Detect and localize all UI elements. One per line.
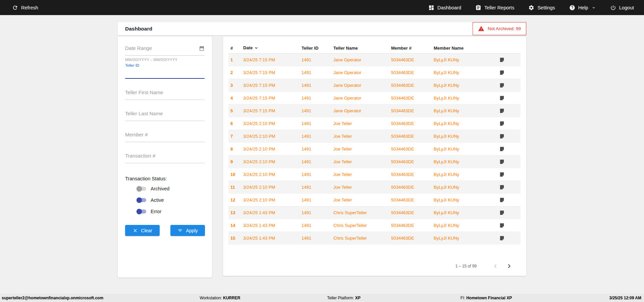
note-icon[interactable]: [499, 210, 505, 216]
note-icon[interactable]: [499, 184, 505, 190]
error-toggle-switch[interactable]: [137, 209, 146, 214]
transaction-status-label: Transaction Status:: [125, 176, 205, 181]
note-icon[interactable]: [499, 133, 505, 139]
row-teller-name: Chris SuperTeller: [333, 236, 391, 241]
col-header-date[interactable]: Date: [243, 45, 302, 51]
nav-help-label: Help: [578, 5, 588, 10]
nav-settings-label: Settings: [537, 5, 555, 10]
row-teller-id: 1491: [302, 57, 333, 62]
teller-first-name-input[interactable]: [125, 89, 205, 100]
table-row[interactable]: 63/24/25 2:10 PM1491Joe Teller5034463DEB…: [228, 117, 521, 130]
not-archived-badge[interactable]: Not Archived: 99: [473, 22, 526, 35]
table-row[interactable]: 143/24/25 1:43 PM1491Chris SuperTeller50…: [228, 219, 521, 232]
row-note-cell: [499, 223, 521, 228]
table-row[interactable]: 13/24/25 7:15 PM1491Jane Operator5034463…: [228, 54, 521, 66]
table-row[interactable]: 23/24/25 7:15 PM1491Jane Operator5034463…: [228, 66, 521, 79]
row-teller-name: Joe Teller: [333, 134, 391, 139]
toggle-active[interactable]: Active: [125, 196, 205, 204]
table-row[interactable]: 53/24/25 7:15 PM1491Jane Operator5034463…: [228, 105, 521, 117]
row-member-name: ByLyJI KUNy: [434, 70, 499, 75]
toggle-archived[interactable]: Archived: [125, 185, 205, 193]
table-row[interactable]: 123/24/25 2:10 PM1491Joe Teller5034463DE…: [228, 194, 521, 206]
note-icon[interactable]: [499, 159, 505, 165]
row-member-name: ByLyJI KUNy: [434, 83, 499, 88]
table-row[interactable]: 103/24/25 2:10 PM1491Joe Teller5034463DE…: [228, 168, 521, 181]
row-member-name: ByLyJI KUNy: [434, 210, 499, 215]
table-row[interactable]: 133/24/25 1:43 PM1491Chris SuperTeller50…: [228, 206, 521, 219]
nav-help[interactable]: Help: [569, 5, 596, 11]
toggle-error[interactable]: Error: [125, 207, 205, 216]
table-row[interactable]: 93/24/25 2:10 PM1491Joe Teller5034463DEB…: [228, 156, 521, 168]
calendar-icon[interactable]: [199, 46, 205, 51]
row-member-number: 5034463DE: [391, 70, 434, 75]
row-teller-id: 1491: [302, 108, 333, 113]
teller-id-input[interactable]: [125, 67, 205, 79]
row-date: 3/24/25 2:10 PM: [243, 134, 302, 139]
row-note-cell: [499, 184, 521, 190]
row-member-number: 5034463DE: [391, 210, 434, 215]
row-date: 3/24/25 2:10 PM: [243, 185, 302, 190]
status-bar: superteller2@hometownfinancialxp.onmicro…: [0, 294, 644, 302]
platform-value: XP: [355, 296, 361, 300]
row-date: 3/24/25 7:15 PM: [243, 96, 302, 101]
table-row[interactable]: 153/24/25 1:43 PM1491Chris SuperTeller50…: [228, 232, 521, 245]
workstation-label: Workstation:: [200, 296, 222, 300]
row-number: 12: [228, 197, 243, 202]
row-teller-name: Joe Teller: [333, 185, 391, 190]
warning-icon: [478, 25, 484, 32]
date-range-input[interactable]: [125, 45, 205, 56]
note-icon[interactable]: [499, 95, 505, 101]
nav-settings[interactable]: Settings: [528, 5, 555, 11]
row-member-name: ByLyJI KUNy: [434, 223, 499, 228]
col-header-member-name: Member Name: [434, 46, 499, 51]
member-number-input[interactable]: [125, 132, 205, 142]
row-member-number: 5034463DE: [391, 146, 434, 152]
refresh-button[interactable]: Refresh: [12, 5, 38, 11]
nav-dashboard[interactable]: Dashboard: [428, 5, 461, 11]
row-number: 7: [228, 134, 243, 139]
note-icon[interactable]: [499, 82, 505, 88]
row-member-number: 5034463DE: [391, 83, 434, 88]
table-row[interactable]: 83/24/25 2:10 PM1491Joe Teller5034463DEB…: [228, 143, 521, 156]
table-row[interactable]: 113/24/25 2:10 PM1491Joe Teller5034463DE…: [228, 181, 521, 194]
row-date: 3/24/25 2:10 PM: [243, 197, 302, 202]
table-row[interactable]: 73/24/25 2:10 PM1491Joe Teller5034463DEB…: [228, 130, 521, 143]
transaction-number-input[interactable]: [125, 153, 205, 163]
next-page-icon[interactable]: [505, 262, 513, 270]
table-row[interactable]: 43/24/25 7:15 PM1491Jane Operator5034463…: [228, 92, 521, 105]
archived-toggle-switch[interactable]: [137, 187, 146, 191]
clear-button[interactable]: Clear: [125, 225, 160, 236]
row-teller-name: Chris SuperTeller: [333, 210, 391, 215]
row-note-cell: [499, 57, 521, 63]
note-icon[interactable]: [499, 146, 505, 152]
nav-teller-reports[interactable]: Teller Reports: [475, 5, 514, 11]
row-number: 6: [228, 121, 243, 126]
note-icon[interactable]: [499, 57, 505, 63]
row-member-name: ByLyJI KUNy: [434, 236, 499, 241]
note-icon[interactable]: [499, 172, 505, 177]
note-icon[interactable]: [499, 121, 505, 126]
row-number: 4: [228, 96, 243, 101]
note-icon[interactable]: [499, 70, 505, 75]
fi-label: FI:: [461, 296, 465, 300]
row-number: 11: [228, 185, 243, 190]
nav-logout[interactable]: Logout: [610, 5, 634, 11]
row-member-number: 5034463DE: [391, 197, 434, 202]
logged-in-user: superteller2@hometownfinancialxp.onmicro…: [2, 296, 103, 300]
note-icon[interactable]: [499, 223, 505, 228]
active-toggle-switch[interactable]: [137, 198, 146, 202]
note-icon[interactable]: [499, 197, 505, 203]
row-number: 8: [228, 146, 243, 152]
row-member-name: ByLyJI KUNy: [434, 96, 499, 101]
note-icon[interactable]: [499, 108, 505, 114]
row-member-number: 5034463DE: [391, 223, 434, 228]
nav-logout-label: Logout: [619, 5, 634, 10]
teller-last-name-input[interactable]: [125, 111, 205, 121]
note-icon[interactable]: [499, 235, 505, 241]
apply-button[interactable]: Apply: [170, 225, 205, 236]
row-teller-id: 1491: [302, 159, 333, 164]
row-date: 3/24/25 2:10 PM: [243, 121, 302, 126]
table-row[interactable]: 33/24/25 7:15 PM1491Jane Operator5034463…: [228, 79, 521, 92]
help-icon: [569, 5, 575, 11]
clear-button-label: Clear: [141, 228, 152, 233]
